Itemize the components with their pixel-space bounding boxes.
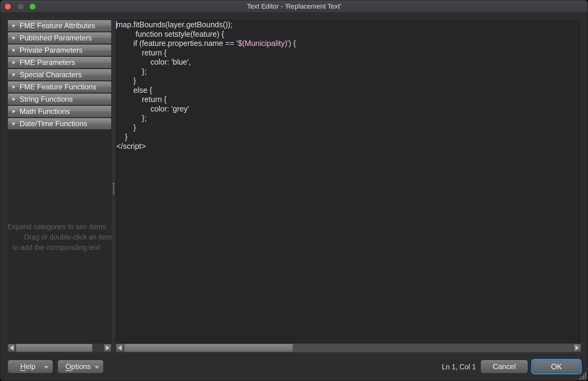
- editor-scrollbar-thumb[interactable]: [124, 344, 293, 352]
- hint-line: to add the corrsponding text: [13, 243, 100, 252]
- hint-line: Expand categories to see items.: [8, 223, 108, 231]
- code-editor[interactable]: map.fitBounds(layer.getBounds()); functi…: [115, 19, 582, 353]
- options-button[interactable]: Options: [58, 360, 104, 373]
- ok-button[interactable]: OK: [531, 359, 582, 374]
- disclosure-triangle-icon: [13, 24, 15, 28]
- sidebar-pane: FME Feature AttributesPublished Paramete…: [7, 19, 112, 353]
- code-line: }: [116, 132, 296, 141]
- titlebar: Text Editor - 'Replacement Text': [0, 0, 588, 13]
- category-button-fme-feature-attributes[interactable]: FME Feature Attributes: [8, 20, 111, 32]
- resize-grip-icon[interactable]: [579, 372, 581, 374]
- code-text: map.fitBounds(layer.getBounds()); functi…: [116, 20, 296, 151]
- category-label: FME Feature Functions: [20, 81, 96, 92]
- cursor-position-status: Ln 1, Col 1: [409, 363, 476, 371]
- code-line: color: 'blue',: [116, 57, 296, 67]
- window-title: Text Editor - 'Replacement Text': [0, 0, 588, 13]
- category-button-date-time-functions[interactable]: Date/Time Functions: [8, 118, 111, 130]
- code-line: else {: [116, 85, 296, 95]
- code-line: return {: [116, 95, 296, 104]
- sidebar-horizontal-scrollbar[interactable]: [7, 343, 112, 353]
- category-label: String Functions: [20, 94, 73, 105]
- cancel-button[interactable]: Cancel: [481, 360, 528, 373]
- code-line: if (feature.properties.name == '$(Munici…: [116, 39, 296, 48]
- editor-horizontal-scrollbar[interactable]: [115, 343, 581, 353]
- category-button-special-characters[interactable]: Special Characters: [8, 69, 111, 81]
- category-button-private-parameters[interactable]: Private Parameters: [8, 44, 111, 56]
- category-label: Date/Time Functions: [20, 118, 87, 129]
- dropdown-arrow-icon: [44, 366, 49, 369]
- disclosure-triangle-icon: [13, 48, 15, 52]
- code-line: function setstyle(feature) {: [116, 29, 296, 39]
- pane-splitter[interactable]: [112, 19, 115, 353]
- code-line: return {: [116, 48, 296, 58]
- code-line: };: [116, 113, 296, 123]
- code-line: };: [116, 67, 296, 76]
- category-label: Published Parameters: [20, 32, 92, 43]
- category-button-published-parameters[interactable]: Published Parameters: [8, 32, 111, 44]
- help-button[interactable]: Help: [8, 360, 53, 373]
- category-label: FME Feature Attributes: [20, 20, 95, 31]
- hint-line: Drag or double-click an item: [24, 233, 112, 241]
- disclosure-triangle-icon: [13, 97, 15, 101]
- dropdown-arrow-icon: [94, 366, 99, 369]
- category-label: FME Parameters: [20, 57, 75, 68]
- disclosure-triangle-icon: [13, 110, 15, 113]
- sidebar-scrollbar-thumb[interactable]: [16, 344, 92, 352]
- left-arrow-icon: [10, 345, 13, 350]
- code-line: color: 'grey': [116, 104, 296, 114]
- sidebar-scroll-left-button[interactable]: [8, 344, 15, 352]
- code-line: }: [116, 123, 296, 132]
- help-button-label: Help: [20, 360, 35, 373]
- category-button-math-functions[interactable]: Math Functions: [8, 106, 111, 117]
- category-button-fme-feature-functions[interactable]: FME Feature Functions: [8, 81, 111, 93]
- sidebar-scroll-right-button[interactable]: [104, 344, 111, 352]
- category-button-string-functions[interactable]: String Functions: [8, 93, 111, 105]
- options-button-label: Options: [66, 360, 91, 373]
- editor-scroll-right-button[interactable]: [573, 344, 581, 352]
- code-line: </script>: [116, 141, 296, 151]
- right-arrow-icon: [106, 345, 109, 350]
- disclosure-triangle-icon: [13, 122, 15, 126]
- category-label: Special Characters: [20, 69, 82, 80]
- category-button-fme-parameters[interactable]: FME Parameters: [8, 57, 111, 68]
- splitter-grip-icon: [113, 183, 114, 195]
- code-line: map.fitBounds(layer.getBounds());: [116, 20, 296, 29]
- code-line: }: [116, 76, 296, 85]
- disclosure-triangle-icon: [13, 36, 15, 40]
- editor-scroll-left-button[interactable]: [116, 344, 123, 352]
- left-arrow-icon: [118, 345, 122, 350]
- disclosure-triangle-icon: [13, 85, 15, 89]
- disclosure-triangle-icon: [13, 61, 15, 64]
- right-arrow-icon: [575, 345, 579, 350]
- disclosure-triangle-icon: [13, 73, 15, 77]
- category-label: Private Parameters: [20, 45, 82, 56]
- text-editor-window: Text Editor - 'Replacement Text' FME Fea…: [0, 0, 588, 381]
- category-label: Math Functions: [20, 106, 70, 117]
